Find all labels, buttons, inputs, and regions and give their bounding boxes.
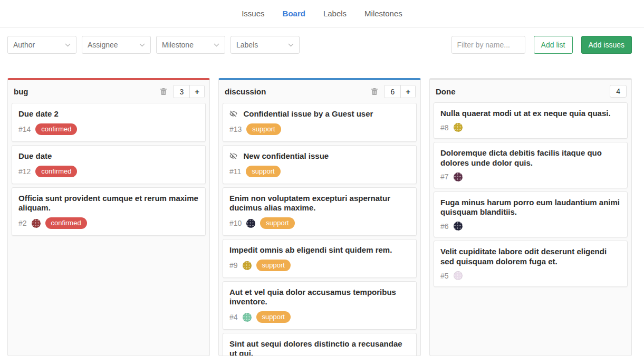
label-badge-confirmed[interactable]: confirmed	[45, 217, 87, 229]
assignee-avatar[interactable]	[246, 219, 255, 228]
column-card-list: Due date 2 #14 confirmed Due date #12 co…	[8, 103, 209, 356]
label-badge-support[interactable]: support	[260, 217, 294, 229]
filter-bar: Author Assignee Milestone Labels Add lis…	[0, 27, 644, 62]
filter-dropdown-assignee[interactable]: Assignee	[82, 36, 151, 54]
issue-title-row: Impedit omnis ab eligendi sint quidem re…	[229, 245, 410, 255]
issue-card[interactable]: Impedit omnis ab eligendi sint quidem re…	[223, 239, 417, 278]
plus-icon: +	[195, 87, 199, 96]
dropdown-label: Assignee	[88, 41, 118, 49]
plus-icon: +	[406, 87, 410, 96]
add-card-button[interactable]: +	[189, 85, 204, 98]
label-badge-support[interactable]: support	[256, 311, 291, 323]
issue-title-row: Doloremque dicta debitis facilis itaque …	[440, 148, 621, 168]
label-badge-confirmed[interactable]: confirmed	[35, 166, 77, 177]
issue-meta-row: #7	[440, 173, 621, 181]
filter-dropdown-labels[interactable]: Labels	[230, 36, 300, 54]
issue-title: Fuga minus harum porro eum laudantium an…	[440, 198, 620, 216]
issue-meta-row: #6	[440, 222, 621, 231]
issue-id: #4	[229, 313, 238, 321]
nav-tab-labels[interactable]: Labels	[322, 6, 348, 21]
label-badge-support[interactable]: support	[246, 123, 281, 135]
issue-meta-row: #9 support	[229, 260, 410, 271]
issue-title-row: Confidential issue by a Guest user	[229, 109, 410, 119]
issue-title-row: Due date	[18, 151, 199, 161]
eye-slash-icon	[229, 152, 237, 159]
label-badge-confirmed[interactable]: confirmed	[35, 123, 77, 135]
filter-by-name-input[interactable]	[451, 36, 525, 54]
issue-id: #8	[440, 123, 449, 132]
filter-right-controls: Add list Add issues	[451, 36, 632, 54]
add-list-button[interactable]: Add list	[534, 36, 573, 54]
issue-title: Nulla quaerat modi ut at ex neque quia q…	[440, 109, 611, 118]
issue-card[interactable]: Fuga minus harum porro eum laudantium an…	[434, 191, 628, 238]
issue-card[interactable]: Due date 2 #14 confirmed	[12, 103, 206, 142]
column-title: bug	[14, 87, 28, 96]
issue-meta-row: #8	[440, 123, 621, 132]
issue-card[interactable]: Aut et vel quia dolor accusamus temporib…	[223, 281, 417, 330]
filter-dropdown-milestone[interactable]: Milestone	[156, 36, 225, 54]
issue-id: #12	[18, 167, 31, 176]
issue-card[interactable]: Officia sunt provident cumque et rerum m…	[12, 187, 206, 236]
issue-card[interactable]: New confidential issue #11 support	[223, 145, 417, 184]
issue-title-row: Fuga minus harum porro eum laudantium an…	[440, 198, 621, 217]
assignee-avatar[interactable]	[243, 261, 252, 270]
nav-tab-board[interactable]: Board	[282, 6, 306, 21]
dropdown-label: Milestone	[162, 41, 194, 49]
issue-card[interactable]: Velit cupiditate labore odit deserunt el…	[434, 241, 628, 287]
issue-title: Enim non voluptatem excepturi aspernatur…	[229, 194, 390, 212]
issue-card[interactable]: Sint aut sequi dolores distinctio a recu…	[223, 333, 417, 356]
assignee-avatar[interactable]	[454, 222, 463, 231]
issue-count-badge: 6	[385, 85, 400, 98]
issue-id: #9	[229, 261, 238, 270]
issue-meta-row: #4 support	[229, 311, 410, 323]
issue-meta-row: #5	[440, 271, 621, 280]
nav-tab-milestones[interactable]: Milestones	[363, 6, 403, 21]
assignee-avatar[interactable]	[454, 271, 463, 280]
issue-card[interactable]: Due date #12 confirmed	[12, 145, 206, 184]
issue-title: Officia sunt provident cumque et rerum m…	[18, 194, 198, 212]
column-count-group: 6 +	[384, 85, 416, 98]
issue-id: #2	[18, 219, 27, 227]
issue-id: #13	[229, 125, 242, 133]
issue-title: New confidential issue	[243, 151, 329, 160]
label-badge-support[interactable]: support	[246, 166, 280, 177]
issue-card[interactable]: Confidential issue by a Guest user #13 s…	[223, 103, 417, 142]
issue-card[interactable]: Enim non voluptatem excepturi aspernatur…	[223, 187, 417, 236]
issue-meta-row: #14 confirmed	[18, 123, 199, 135]
filter-dropdown-author[interactable]: Author	[7, 36, 76, 54]
column-actions: 6 +	[370, 85, 416, 98]
issue-meta-row: #12 confirmed	[18, 166, 199, 177]
board-column-done: Done 4 Nulla quaerat modi ut at ex neque…	[429, 78, 632, 356]
issue-title: Impedit omnis ab eligendi sint quidem re…	[229, 245, 392, 254]
trash-icon	[160, 88, 167, 95]
add-issues-button[interactable]: Add issues	[581, 36, 632, 54]
issue-id: #7	[440, 173, 449, 181]
issue-title-row: Sint aut sequi dolores distinctio a recu…	[229, 339, 410, 356]
assignee-avatar[interactable]	[454, 123, 463, 132]
issue-title: Due date 2	[18, 109, 59, 118]
label-badge-support[interactable]: support	[256, 260, 291, 271]
issue-meta-row: #11 support	[229, 166, 410, 177]
issue-id: #11	[229, 167, 241, 176]
board-column-bug: bug 3 + Due date 2 #14	[7, 78, 210, 356]
column-actions: 3 +	[159, 85, 205, 98]
column-card-list: Nulla quaerat modi ut at ex neque quia q…	[430, 102, 631, 356]
issue-id: #14	[18, 125, 31, 133]
assignee-avatar[interactable]	[454, 173, 463, 181]
dropdown-label: Labels	[236, 41, 258, 49]
column-title: discussion	[225, 87, 266, 96]
trash-icon	[371, 88, 378, 95]
issue-id: #5	[440, 272, 449, 280]
issue-card[interactable]: Nulla quaerat modi ut at ex neque quia q…	[434, 102, 628, 139]
nav-tab-issues[interactable]: Issues	[241, 6, 265, 21]
assignee-avatar[interactable]	[32, 219, 41, 228]
issue-title: Velit cupiditate labore odit deserunt el…	[440, 247, 607, 265]
issue-title: Due date	[18, 151, 52, 160]
add-card-button[interactable]: +	[400, 85, 415, 98]
issue-card[interactable]: Doloremque dicta debitis facilis itaque …	[434, 142, 628, 188]
delete-list-button[interactable]	[159, 87, 168, 97]
assignee-avatar[interactable]	[243, 313, 252, 322]
delete-list-button[interactable]	[370, 87, 379, 97]
column-title: Done	[436, 87, 456, 96]
dropdown-label: Author	[13, 41, 35, 49]
